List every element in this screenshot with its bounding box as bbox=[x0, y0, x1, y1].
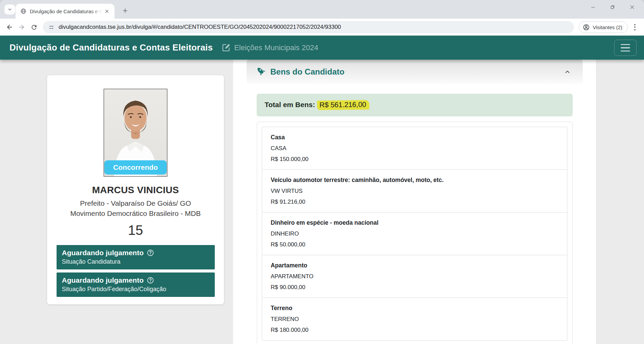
browser-tab[interactable]: Divulgação de Candidaturas e C bbox=[16, 4, 115, 19]
election-subtitle-group: Eleições Municipais 2024 bbox=[222, 43, 318, 52]
edit-square-icon bbox=[222, 43, 231, 52]
reload-icon bbox=[30, 24, 38, 31]
assets-list: Casa CASA R$ 150.000,00 Veículo automoto… bbox=[262, 127, 567, 341]
asset-type: Apartamento bbox=[271, 262, 559, 269]
tab-title: Divulgação de Candidaturas e C bbox=[30, 8, 102, 14]
reload-button[interactable] bbox=[28, 21, 40, 33]
browser-menu-button[interactable] bbox=[630, 21, 640, 33]
app-title: Divulgação de Candidaturas e Contas Elei… bbox=[9, 42, 213, 53]
menu-button[interactable] bbox=[614, 40, 637, 56]
asset-description: TERRENO bbox=[271, 316, 559, 323]
person-circle-icon bbox=[583, 24, 590, 31]
party-status-subtitle: Situação Partido/Federação/Coligação bbox=[62, 286, 209, 293]
assets-section-header[interactable]: Bens do Candidato bbox=[247, 60, 583, 84]
back-button[interactable] bbox=[3, 21, 16, 33]
party-status-title: Aguardando julgamento bbox=[62, 276, 144, 284]
close-icon bbox=[105, 9, 109, 14]
asset-value: R$ 150.000,00 bbox=[271, 156, 559, 163]
plus-icon bbox=[122, 8, 128, 14]
close-icon bbox=[629, 4, 635, 10]
help-icon[interactable] bbox=[147, 249, 154, 257]
tab-strip: Divulgação de Candidaturas e C bbox=[0, 0, 644, 19]
asset-description: CASA bbox=[271, 145, 559, 152]
browser-window: Divulgação de Candidaturas e C bbox=[0, 0, 644, 344]
total-assets-value: R$ 561.216,00 bbox=[317, 100, 369, 110]
candidacy-status-box[interactable]: Aguardando julgamento Situação Candidatu… bbox=[57, 245, 215, 269]
help-icon[interactable] bbox=[147, 277, 154, 284]
app-header: Divulgação de Candidaturas e Contas Elei… bbox=[0, 36, 644, 60]
restore-icon bbox=[610, 4, 615, 10]
hamburger-icon bbox=[621, 44, 630, 45]
asset-value: R$ 91.216,00 bbox=[271, 198, 559, 205]
party-status-box[interactable]: Aguardando julgamento Situação Partido/F… bbox=[57, 272, 215, 297]
collapse-button[interactable] bbox=[562, 67, 573, 77]
asset-type: Dinheiro em espécie - moeda nacional bbox=[271, 219, 559, 226]
restore-button[interactable] bbox=[603, 0, 622, 14]
asset-value: R$ 50.000,00 bbox=[271, 241, 559, 248]
asset-description: APARTAMENTO bbox=[271, 273, 559, 280]
page-content: Concorrendo MARCUS VINICIUS Prefeito - V… bbox=[0, 60, 644, 344]
chevron-down-icon bbox=[7, 7, 12, 12]
asset-description: VW VIRTUS bbox=[271, 187, 559, 195]
asset-item: Apartamento APARTAMENTO R$ 90.000,00 bbox=[262, 255, 567, 298]
asset-item: Casa CASA R$ 150.000,00 bbox=[262, 127, 567, 169]
asset-type: Veículo automotor terrestre: caminhão, a… bbox=[271, 177, 559, 184]
asset-value: R$ 180.000,00 bbox=[271, 326, 559, 333]
back-arrow-icon bbox=[6, 23, 13, 31]
status-ribbon: Concorrendo bbox=[104, 160, 167, 175]
globe-favicon-icon bbox=[20, 8, 26, 14]
candidate-office: Prefeito - Valparaíso De Goiás/ GO bbox=[47, 199, 224, 208]
tab-close-button[interactable] bbox=[102, 7, 111, 16]
asset-value: R$ 90.000,00 bbox=[271, 284, 559, 291]
site-info-icon[interactable] bbox=[48, 24, 55, 31]
url-bar[interactable]: divulgacandcontas.tse.jus.br/divulga/#/c… bbox=[43, 21, 574, 33]
browser-toolbar: divulgacandcontas.tse.jus.br/divulga/#/c… bbox=[0, 19, 644, 36]
visitors-label: Visitantes (2) bbox=[593, 24, 622, 30]
candidacy-status-title: Aguardando julgamento bbox=[62, 249, 144, 257]
total-assets-box: Total em Bens:R$ 561.216,00 bbox=[257, 94, 573, 116]
minimize-icon bbox=[590, 5, 596, 10]
candidate-number: 15 bbox=[47, 223, 224, 238]
asset-item: Veículo automotor terrestre: caminhão, a… bbox=[262, 169, 567, 212]
chevron-up-icon bbox=[564, 68, 571, 75]
total-assets-label: Total em Bens: bbox=[265, 101, 315, 108]
asset-item: Terreno TERRENO R$ 180.000,00 bbox=[262, 298, 567, 340]
visitors-button[interactable]: Visitantes (2) bbox=[579, 21, 628, 33]
forward-button[interactable] bbox=[16, 21, 28, 33]
asset-type: Terreno bbox=[271, 305, 559, 312]
asset-item: Dinheiro em espécie - moeda nacional DIN… bbox=[262, 212, 567, 255]
candidate-card: Concorrendo MARCUS VINICIUS Prefeito - V… bbox=[47, 75, 224, 304]
assets-section-title: Bens do Candidato bbox=[270, 67, 345, 77]
candidate-photo: Concorrendo bbox=[104, 89, 167, 177]
window-controls bbox=[583, 0, 642, 14]
candidate-name: MARCUS VINICIUS bbox=[47, 185, 224, 196]
assets-list-container: Casa CASA R$ 150.000,00 Veículo automoto… bbox=[257, 122, 573, 344]
new-tab-button[interactable] bbox=[119, 5, 131, 16]
url-text[interactable]: divulgacandcontas.tse.jus.br/divulga/#/c… bbox=[59, 24, 341, 31]
tab-search-button[interactable] bbox=[4, 4, 15, 15]
election-subtitle: Eleições Municipais 2024 bbox=[234, 43, 318, 52]
rocket-icon bbox=[257, 67, 266, 76]
assets-panel: Bens do Candidato Total em Bens:R$ 561.2… bbox=[233, 60, 596, 344]
candidate-party: Movimento Democrático Brasileiro - MDB bbox=[47, 209, 224, 218]
candidacy-status-subtitle: Situação Candidatura bbox=[62, 258, 209, 265]
forward-arrow-icon bbox=[18, 23, 25, 31]
asset-type: Casa bbox=[271, 134, 559, 141]
close-window-button[interactable] bbox=[622, 0, 642, 14]
asset-description: DINHEIRO bbox=[271, 230, 559, 237]
minimize-button[interactable] bbox=[583, 0, 603, 14]
